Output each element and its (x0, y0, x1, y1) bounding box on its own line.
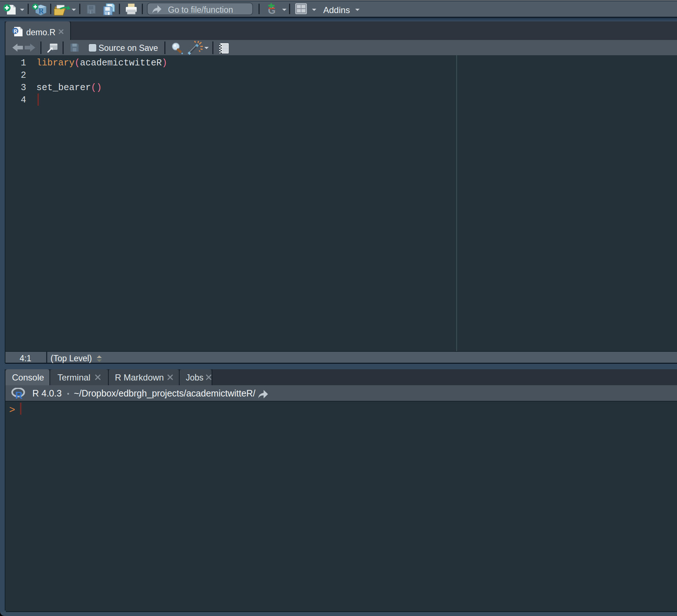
svg-text:R: R (13, 28, 17, 34)
svg-text:R: R (39, 7, 44, 15)
svg-text:R: R (15, 390, 23, 400)
